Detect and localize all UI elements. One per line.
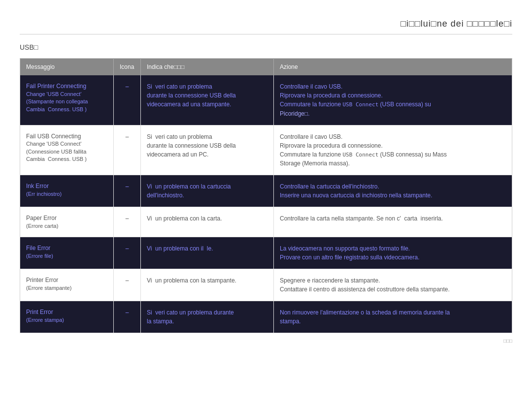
cell-icona: –	[114, 237, 141, 269]
message-primary: File Error	[26, 244, 107, 252]
message-primary: Fail USB Connecting	[26, 132, 107, 141]
table-header-row: Messaggio Icona Indica che□□□ Azione	[20, 59, 512, 76]
cell-messaggio: Fail Printer Connecting Change 'USB Conn…	[20, 75, 114, 125]
message-primary: Print Error	[26, 308, 107, 316]
message-secondary: (Errore stampante)	[26, 284, 107, 292]
table-row: Paper Error (Errore carta) – Vi un probl…	[20, 207, 512, 237]
cell-icona: –	[114, 269, 141, 301]
page-title: □i□□lui□ne dei □□□□□le□i	[400, 19, 512, 29]
header-messaggio: Messaggio	[20, 59, 114, 76]
table-row: Printer Error (Errore stampante) – Vi un…	[20, 269, 512, 301]
message-primary: Paper Error	[26, 214, 107, 222]
cell-azione: La videocamera non supporta questo forma…	[274, 237, 512, 269]
cell-azione: Non rimuovere l'alimentazione o la sched…	[274, 301, 512, 333]
table-row: Print Error (Errore stampa) – Si veri ca…	[20, 301, 512, 333]
message-secondary: (Err inchiostro)	[26, 190, 107, 198]
header-azione: Azione	[274, 59, 512, 76]
cell-icona: –	[114, 301, 141, 333]
message-secondary: (Errore carta)	[26, 222, 107, 230]
table-row: Fail USB Connecting Change 'USB Connect'…	[20, 125, 512, 175]
cell-icona: –	[114, 175, 141, 207]
header-section: □i□□lui□ne dei □□□□□le□i	[20, 10, 512, 34]
cell-indica: Vi un problema con la cartucciadell'inch…	[141, 175, 274, 207]
cell-azione: Spegnere e riaccendere la stampante. Con…	[274, 269, 512, 301]
section-label: USB□	[20, 43, 512, 51]
title-lui: □lui□	[415, 19, 437, 29]
cell-azione: Controllare il cavo USB. Riprovare la pr…	[274, 125, 512, 175]
cell-messaggio: Fail USB Connecting Change 'USB Connect'…	[20, 125, 114, 175]
message-secondary: Change 'USB Connect'(Stampante non colle…	[26, 91, 107, 113]
cell-azione: Controllare la cartuccia dell'inchiostro…	[274, 175, 512, 207]
footer-dots: □□□	[503, 338, 512, 344]
title-prob: □□□□□	[467, 19, 496, 29]
title-bracket-open: □	[400, 19, 406, 29]
inline-code: USB Connect	[342, 152, 378, 158]
table-row: Ink Error (Err inchiostro) – Vi un probl…	[20, 175, 512, 207]
cell-icona: –	[114, 75, 141, 125]
inline-code: USB Connect	[342, 101, 378, 108]
title-bracket: □	[409, 19, 415, 29]
cell-indica: Vi un problema con la carta.	[141, 207, 274, 237]
cell-azione: Controllare il cavo USB. Riprovare la pr…	[274, 75, 512, 125]
message-secondary: (Errore stampa)	[26, 316, 107, 324]
table-row: File Error (Errore file) – Vi un problem…	[20, 237, 512, 269]
picoridge-ref: Picoridge□	[280, 110, 308, 117]
cell-icona: –	[114, 207, 141, 237]
cell-messaggio: Ink Error (Err inchiostro)	[20, 175, 114, 207]
message-primary: Fail Printer Connecting	[26, 82, 107, 91]
table-row: Fail Printer Connecting Change 'USB Conn…	[20, 75, 512, 125]
page-container: □i□□lui□ne dei □□□□□le□i USB□ Messaggio …	[0, 0, 532, 363]
cell-indica: Vi un problema con il le.	[141, 237, 274, 269]
cell-indica: Si veri cato un problemadurante la conne…	[141, 75, 274, 125]
error-table: Messaggio Icona Indica che□□□ Azione Fai…	[20, 58, 512, 333]
cell-azione: Controllare la carta nella stampante. Se…	[274, 207, 512, 237]
cell-indica: Si veri cato un problemadurante la conne…	[141, 125, 274, 175]
cell-messaggio: Printer Error (Errore stampante)	[20, 269, 114, 301]
cell-indica: Si veri cato un problema durantela stamp…	[141, 301, 274, 333]
message-secondary: (Errore file)	[26, 252, 107, 260]
cell-messaggio: Paper Error (Errore carta)	[20, 207, 114, 237]
cell-icona: –	[114, 125, 141, 175]
title-end: □	[504, 19, 510, 29]
message-primary: Ink Error	[26, 182, 107, 190]
header-indica-che: Indica che□□□	[141, 59, 274, 76]
page-number: □□□	[20, 338, 512, 344]
message-secondary: Change 'USB Connect'(Connessione USB fal…	[26, 140, 107, 163]
header-icona: Icona	[114, 59, 141, 76]
cell-indica: Vi un problema con la stampante.	[141, 269, 274, 301]
cell-messaggio: File Error (Errore file)	[20, 237, 114, 269]
message-primary: Printer Error	[26, 276, 107, 284]
cell-messaggio: Print Error (Errore stampa)	[20, 301, 114, 333]
